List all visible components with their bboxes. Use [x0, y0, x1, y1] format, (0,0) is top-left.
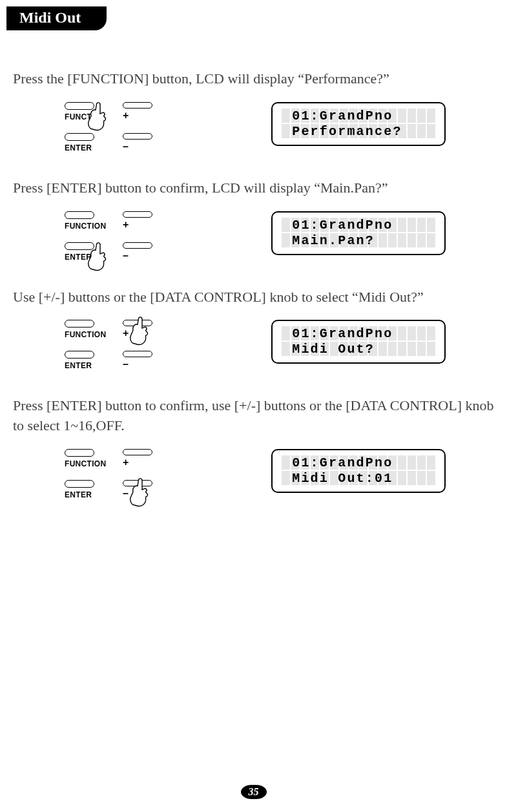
step-4: Press [ENTER] button to confirm, use [+/… [13, 396, 494, 499]
plus-label: + [123, 457, 129, 468]
plus-label: + [123, 219, 129, 231]
function-label: FUNCTION [65, 330, 106, 339]
button-panel: FUNCTION + ENTER – [65, 320, 174, 370]
function-label: FUNCTION [65, 459, 106, 468]
lcd-line2: Main.Pan? [282, 233, 435, 248]
instruction-text: Press the [FUNCTION] button, LCD will di… [13, 69, 494, 89]
plus-button[interactable] [123, 211, 152, 218]
step-2: Press [ENTER] button to confirm, LCD wil… [13, 178, 494, 262]
button-panel: FUNCTION + ENTER – [65, 449, 174, 499]
step-1: Press the [FUNCTION] button, LCD will di… [13, 69, 494, 152]
minus-button[interactable] [123, 133, 152, 140]
enter-button[interactable] [65, 480, 94, 488]
minus-label: – [123, 359, 129, 370]
pointing-finger-icon [78, 96, 123, 141]
minus-label: – [123, 141, 129, 152]
plus-button[interactable] [123, 449, 152, 455]
page-number: 35 [241, 785, 267, 799]
lcd-display: 01:GrandPno Performance? [271, 102, 446, 146]
function-label: FUNCTION [65, 222, 106, 231]
pointing-finger-icon [119, 472, 165, 517]
step-3: Use [+/-] buttons or the [DATA CONTROL] … [13, 287, 494, 371]
lcd-display: 01:GrandPno Midi Out:01 [271, 449, 446, 493]
function-button[interactable] [65, 211, 94, 219]
lcd-display: 01:GrandPno Midi Out? [271, 320, 446, 364]
instruction-text: Press [ENTER] button to confirm, use [+/… [13, 396, 494, 436]
button-panel: FUNCTI + ENTER – [65, 102, 174, 152]
enter-button[interactable] [65, 351, 94, 359]
pointing-finger-icon [78, 236, 123, 281]
lcd-line2: Performance? [282, 124, 435, 139]
enter-label: ENTER [65, 143, 92, 152]
instruction-text: Use [+/-] buttons or the [DATA CONTROL] … [13, 287, 494, 307]
function-button[interactable] [65, 320, 94, 328]
lcd-line1: 01:GrandPno [282, 326, 435, 341]
minus-button[interactable] [123, 242, 152, 249]
enter-label: ENTER [65, 490, 92, 499]
lcd-line1: 01:GrandPno [282, 218, 435, 233]
lcd-line2: Midi Out:01 [282, 471, 435, 486]
function-button[interactable] [65, 449, 94, 457]
plus-button[interactable] [123, 102, 152, 109]
lcd-display: 01:GrandPno Main.Pan? [271, 211, 446, 255]
plus-label: + [123, 110, 129, 121]
enter-label: ENTER [65, 361, 92, 370]
lcd-line2: Midi Out? [282, 342, 435, 357]
minus-label: – [123, 250, 129, 262]
instruction-text: Press [ENTER] button to confirm, LCD wil… [13, 178, 494, 198]
pointing-finger-icon [119, 310, 165, 355]
section-header: Midi Out [6, 6, 107, 30]
button-panel: FUNCTION + ENTER – [65, 211, 174, 262]
lcd-line1: 01:GrandPno [282, 109, 435, 123]
lcd-line1: 01:GrandPno [282, 455, 435, 470]
